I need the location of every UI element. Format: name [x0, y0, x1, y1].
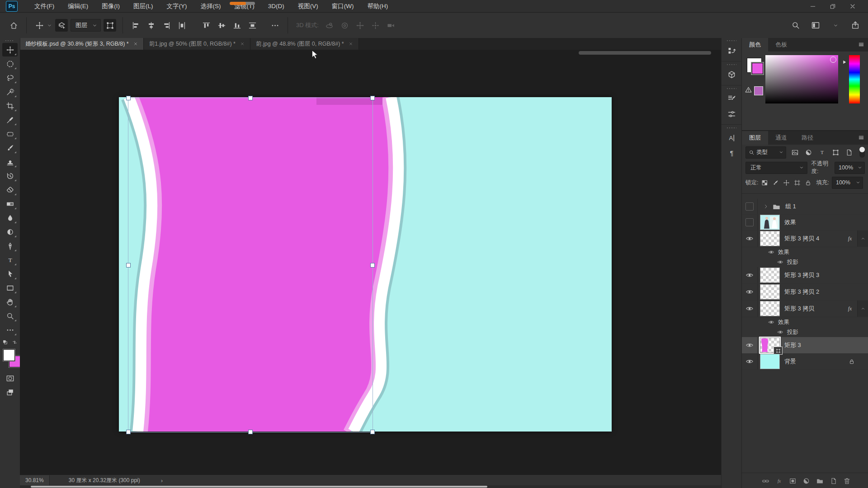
transform-handle[interactable] [370, 96, 375, 100]
hue-pointer-icon[interactable] [842, 60, 847, 65]
dock-grip[interactable] [727, 64, 736, 65]
workspace-icon[interactable] [809, 19, 822, 32]
color-picker-ring[interactable] [830, 56, 836, 63]
hue-slider[interactable] [849, 55, 860, 103]
tab-通道[interactable]: 通道 [768, 131, 794, 145]
layer-filter-type-dropdown[interactable]: 类型 [745, 146, 786, 159]
menu-item-8[interactable]: 3D(D) [261, 0, 291, 12]
layer-row[interactable]: 矩形 3 拷贝 4fx [742, 230, 868, 247]
visibility-eye-icon[interactable] [742, 284, 758, 300]
trash-icon[interactable] [843, 477, 851, 485]
scrollbar-horizontal-bottom[interactable] [20, 485, 721, 488]
close-icon[interactable] [240, 42, 245, 46]
more-tools-icon[interactable] [2, 323, 18, 337]
minimize-button[interactable] [803, 0, 823, 12]
visibility-eye-icon[interactable] [742, 267, 758, 283]
visibility-eye-icon[interactable] [777, 259, 783, 265]
blend-mode-dropdown[interactable]: 正常 [745, 162, 807, 174]
quick-mask-icon[interactable] [2, 371, 18, 385]
adjust-circle-icon[interactable] [802, 477, 810, 485]
auto-select-icon[interactable] [55, 19, 68, 32]
align-middle-icon[interactable] [215, 19, 228, 32]
share-icon[interactable] [849, 19, 862, 32]
close-icon[interactable] [133, 42, 138, 46]
chevron-right-icon[interactable] [763, 204, 769, 209]
lock-move-icon[interactable] [782, 179, 791, 186]
document-tab-3[interactable]: 前.jpg @ 48.8% (图层 0, RGB/8#) * [250, 38, 359, 50]
zoom-level-field[interactable]: 30.81% [20, 475, 50, 486]
search-icon[interactable] [789, 19, 802, 32]
visibility-eye-icon[interactable] [742, 300, 758, 317]
visibility-checkbox[interactable] [742, 199, 758, 214]
layer-thumbnail[interactable] [760, 354, 780, 369]
pan-3d-icon[interactable] [354, 19, 367, 32]
toolbar-grip[interactable] [5, 40, 14, 41]
orbit-3d-icon[interactable] [323, 19, 336, 32]
transform-handle[interactable] [248, 430, 253, 434]
status-expander[interactable]: › [161, 477, 163, 484]
visibility-checkbox[interactable] [742, 215, 758, 230]
newlayer-icon[interactable] [830, 477, 837, 485]
transform-handle[interactable] [370, 263, 375, 267]
visibility-eye-icon[interactable] [777, 329, 783, 335]
menu-item-4[interactable]: 图层(L) [127, 0, 160, 12]
default-colors-icon[interactable] [2, 339, 8, 345]
layer-row[interactable]: 背景 [742, 354, 868, 370]
layer-row[interactable]: 矩形 3 拷贝fx [742, 300, 868, 317]
blur-tool-icon[interactable] [2, 211, 18, 225]
menu-item-10[interactable]: 窗口(W) [325, 0, 361, 12]
gradient-tool-icon[interactable] [2, 197, 18, 211]
canvas-area[interactable] [20, 50, 721, 474]
menu-item-1[interactable]: 文件(F) [28, 0, 61, 12]
path-select-icon[interactable] [2, 267, 18, 281]
more-icon[interactable] [269, 19, 281, 32]
transform-handle[interactable] [126, 430, 131, 434]
visibility-eye-icon[interactable] [742, 337, 758, 353]
transform-handle[interactable] [126, 96, 131, 100]
document-tab-2[interactable]: 前1.jpg @ 50% (图层 0, RGB/8#) * [144, 38, 250, 50]
dock-brushsettings-icon[interactable] [722, 91, 742, 106]
f-shape-icon[interactable] [831, 149, 840, 156]
f-adjust-icon[interactable] [804, 149, 813, 156]
screen-mode-icon[interactable] [2, 385, 18, 399]
lock-paint-icon[interactable] [771, 179, 780, 186]
menu-item-6[interactable]: 选择(S) [194, 0, 228, 12]
align-left-icon[interactable] [129, 19, 142, 32]
menu-item-5[interactable]: 文字(Y) [160, 0, 194, 12]
gamut-warning-icon[interactable] [745, 86, 752, 94]
magic-wand-icon[interactable] [2, 85, 18, 99]
layer-thumbnail[interactable] [760, 301, 780, 316]
camera-3d-icon[interactable] [385, 19, 397, 32]
tab-路径[interactable]: 路径 [794, 131, 821, 145]
menu-item-2[interactable]: 编辑(E) [61, 0, 95, 12]
dock-history-icon[interactable] [722, 43, 742, 58]
dock-grip[interactable] [727, 40, 736, 41]
fx-badge[interactable]: fx [845, 234, 854, 243]
clone-stamp-icon[interactable] [2, 155, 18, 169]
fx-icon[interactable]: fx [775, 477, 783, 485]
fx-badge[interactable]: fx [845, 304, 854, 313]
rect-tool-icon[interactable] [2, 281, 18, 295]
layer-thumbnail[interactable] [760, 231, 780, 246]
dodge-tool-icon[interactable] [2, 225, 18, 239]
distribute-v-icon[interactable] [246, 19, 259, 32]
move-tool-icon[interactable] [2, 43, 18, 56]
eyedropper-icon[interactable] [2, 113, 18, 127]
visibility-eye-icon[interactable] [768, 249, 774, 255]
zoom-tool-icon[interactable] [2, 309, 18, 323]
transform-handle[interactable] [370, 430, 375, 434]
link-icon[interactable] [762, 477, 769, 485]
layer-row[interactable]: 矩形 3 [742, 337, 868, 354]
eraser-tool-icon[interactable] [2, 183, 18, 197]
menu-item-9[interactable]: 视图(V) [291, 0, 325, 12]
marquee-tool-icon[interactable] [2, 57, 18, 70]
layer-thumbnail[interactable] [760, 338, 780, 353]
tab-图层[interactable]: 图层 [742, 131, 768, 145]
tab-色板[interactable]: 色板 [768, 38, 794, 52]
collapse-effects-icon[interactable] [857, 300, 868, 317]
panel-menu-icon[interactable] [858, 134, 865, 141]
layer-row[interactable]: 矩形 3 拷贝 3 [742, 267, 868, 284]
close-icon[interactable] [349, 42, 353, 46]
layer-row[interactable]: 效果 [742, 215, 868, 230]
document-tab-1[interactable]: 婚纱模板.psd @ 30.8% (矩形 3, RGB/8) * [20, 38, 144, 50]
